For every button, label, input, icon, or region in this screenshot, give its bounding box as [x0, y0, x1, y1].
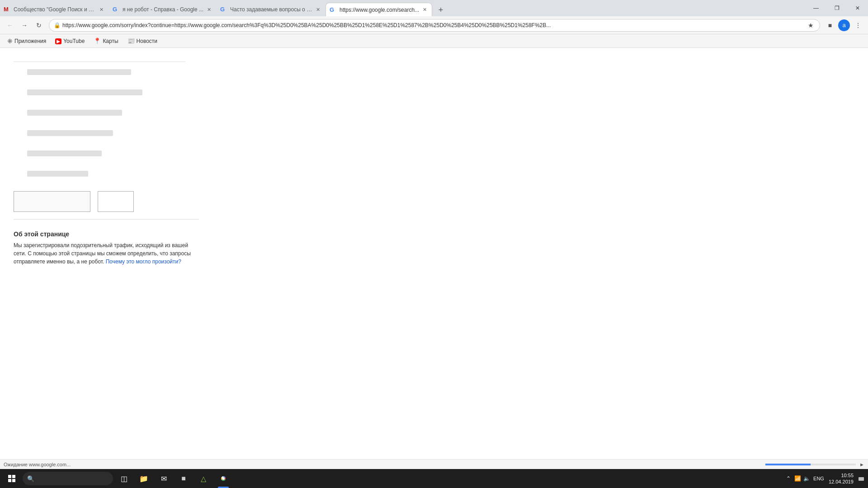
extensions-button[interactable]: ■	[824, 19, 836, 32]
forward-button[interactable]: →	[18, 19, 31, 32]
mail-icon: ✉	[161, 474, 167, 483]
about-link[interactable]: Почему это могло произойти?	[106, 258, 181, 265]
skeleton-line-6a	[27, 171, 88, 177]
about-text: Мы зарегистрировали подозрительный трафи…	[14, 241, 199, 266]
menu-button[interactable]: ⋮	[852, 19, 864, 32]
skeleton-line-3a	[27, 110, 122, 116]
captcha-section: Об этой странице Мы зарегистрировали под…	[14, 61, 199, 266]
bookmark-maps-label: Карты	[103, 38, 118, 44]
tab-4-close[interactable]: ✕	[421, 6, 428, 14]
title-bar: M Сообщество "Google Поиск и А... ✕ G я …	[0, 0, 868, 16]
skeleton-divider-bottom	[14, 219, 199, 220]
skeleton-line-1a	[27, 69, 131, 75]
news-icon: 📰	[127, 38, 135, 44]
notification-icon	[858, 475, 864, 482]
windows-logo-icon	[8, 475, 15, 482]
tab-2-favicon: G	[113, 6, 120, 13]
bookmark-news[interactable]: 📰 Новости	[124, 37, 161, 45]
taskbar-app-1-icon: ■	[181, 474, 186, 483]
file-explorer-icon: 📁	[139, 474, 148, 483]
task-view-icon: ◫	[121, 474, 127, 483]
skeleton-block-5	[27, 150, 199, 156]
taskbar-search-icon: 🔍	[27, 475, 34, 482]
svg-rect-2	[859, 477, 864, 481]
about-title: Об этой странице	[14, 230, 199, 238]
tab-3[interactable]: G Часто задаваемые вопросы о п... ✕	[217, 3, 325, 16]
bookmark-news-label: Новости	[137, 38, 157, 44]
skeleton-block-3	[27, 110, 199, 116]
mail-button[interactable]: ✉	[154, 469, 174, 488]
file-explorer-button[interactable]: 📁	[134, 469, 154, 488]
skeleton-block-1	[27, 69, 199, 75]
taskbar-search[interactable]: 🔍	[23, 472, 113, 485]
status-text: Ожидание www.google.com...	[4, 462, 765, 467]
close-button[interactable]: ✕	[847, 0, 868, 16]
tray-network-icon[interactable]: 📶	[793, 474, 802, 483]
bookmark-apps-label: Приложения	[14, 38, 46, 44]
chrome-icon	[219, 474, 227, 483]
page-content: Об этой странице Мы зарегистрировали под…	[0, 48, 868, 459]
tray-lang[interactable]: ENG	[811, 476, 826, 481]
address-bar-icons: ★	[806, 21, 815, 30]
maps-icon: 📍	[94, 38, 101, 44]
back-button[interactable]: ←	[4, 19, 16, 32]
bookmarks-bar: ⁜ Приложения ▶ YouTube 📍 Карты 📰 Новости	[0, 34, 868, 48]
svg-point-1	[222, 477, 225, 480]
tab-2-close[interactable]: ✕	[205, 6, 212, 13]
tray-show-hidden[interactable]: ⌃	[784, 474, 793, 483]
youtube-icon: ▶	[55, 38, 61, 44]
status-bar: Ожидание www.google.com... ►	[0, 459, 868, 469]
bookmark-maps[interactable]: 📍 Карты	[90, 37, 122, 45]
tray-volume-icon[interactable]: 🔈	[802, 474, 811, 483]
tab-4-favicon: G	[330, 6, 337, 14]
tab-1-close[interactable]: ✕	[98, 6, 105, 13]
maximize-button[interactable]: ❐	[826, 0, 847, 16]
taskbar-app-2[interactable]: △	[193, 469, 213, 488]
bookmark-youtube-label: YouTube	[63, 38, 85, 44]
tab-3-label: Часто задаваемые вопросы о п...	[230, 6, 312, 13]
tab-3-close[interactable]: ✕	[314, 6, 321, 13]
about-section: Об этой странице Мы зарегистрировали под…	[14, 227, 199, 266]
skeleton-line-5a	[27, 150, 102, 156]
bookmark-youtube[interactable]: ▶ YouTube	[52, 37, 88, 45]
progress-bar-track	[765, 464, 856, 465]
system-tray: ⌃ 📶 🔈 ENG 10:55 12.04.2019	[784, 472, 866, 485]
task-view-button[interactable]: ◫	[114, 469, 134, 488]
lock-icon: 🔒	[54, 22, 61, 28]
progress-bar-fill	[765, 464, 811, 465]
captcha-input[interactable]	[98, 191, 134, 212]
taskbar-app-1[interactable]: ■	[174, 469, 193, 488]
tab-3-favicon: G	[220, 6, 227, 13]
bookmark-apps[interactable]: ⁜ Приложения	[4, 37, 50, 46]
tray-clock[interactable]: 10:55 12.04.2019	[827, 472, 855, 485]
notification-button[interactable]	[856, 474, 866, 483]
profile-button[interactable]: a	[838, 19, 850, 31]
new-tab-button[interactable]: +	[434, 4, 447, 16]
tab-1[interactable]: M Сообщество "Google Поиск и А... ✕	[0, 3, 108, 16]
nav-right: ■ a ⋮	[824, 19, 864, 32]
tab-4-label: https://www.google.com/search...	[340, 7, 419, 13]
tray-time-text: 10:55	[829, 472, 854, 479]
captcha-image	[14, 191, 90, 212]
content-area: Об этой странице Мы зарегистрировали под…	[0, 48, 868, 469]
taskbar-chrome-button[interactable]	[213, 469, 233, 488]
tab-1-label: Сообщество "Google Поиск и А...	[14, 6, 96, 13]
tab-4[interactable]: G https://www.google.com/search... ✕	[326, 3, 432, 16]
address-bar[interactable]: 🔒 https://www.google.com/sorry/index?con…	[49, 19, 820, 32]
skeleton-line-2a	[27, 89, 142, 95]
tab-2[interactable]: G я не робот - Справка - Google ... ✕	[109, 3, 216, 16]
nav-bar: ← → ↻ 🔒 https://www.google.com/sorry/ind…	[0, 16, 868, 34]
skeleton-block-6	[27, 171, 199, 177]
skeleton-block-4	[27, 130, 199, 136]
captcha-box	[14, 191, 199, 212]
start-button[interactable]	[2, 469, 22, 488]
minimize-button[interactable]: —	[806, 0, 826, 16]
tab-1-favicon: M	[4, 6, 11, 13]
star-icon[interactable]: ★	[806, 21, 815, 30]
tabs-area: M Сообщество "Google Поиск и А... ✕ G я …	[0, 0, 806, 16]
reload-button[interactable]: ↻	[33, 19, 45, 32]
address-text: https://www.google.com/sorry/index?conti…	[62, 22, 806, 28]
chrome-window: M Сообщество "Google Поиск и А... ✕ G я …	[0, 0, 868, 488]
taskbar-app-2-icon: △	[201, 474, 206, 483]
window-controls: — ❐ ✕	[806, 0, 868, 16]
